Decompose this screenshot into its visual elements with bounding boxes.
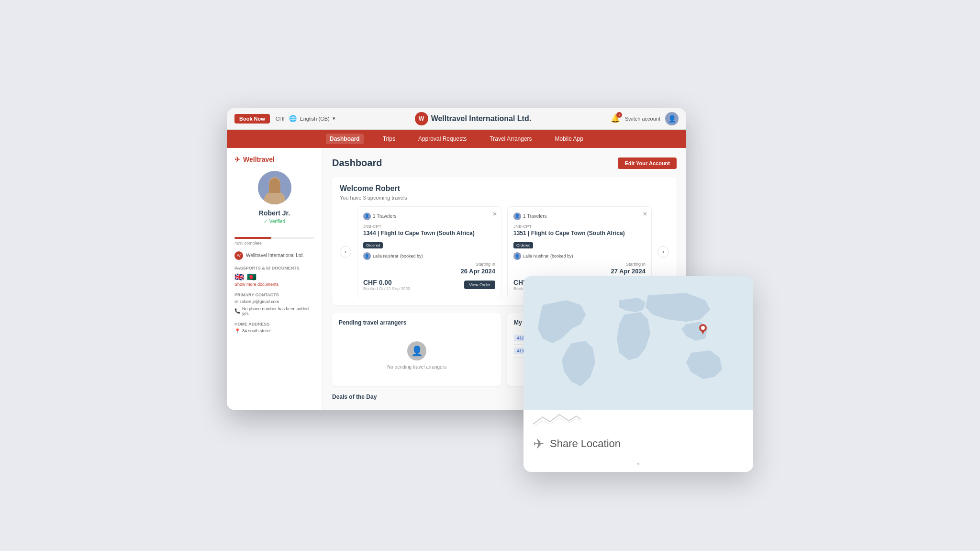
avatar: 👤 — [665, 112, 679, 125]
company-icon: W — [234, 251, 243, 260]
share-location-dot: • — [523, 460, 753, 472]
trip-footer-1: CHF 0.00 Booked On 12 Sep 2023 View Orde… — [363, 279, 495, 291]
booked-by-row-1: 👤 Laila Nushrat (booked by) — [363, 252, 495, 260]
trip-title-2: 1351 | Flight to Cape Town (South Africa… — [513, 230, 646, 237]
pending-arrangers-title: Pending travel arrangers — [339, 319, 495, 326]
ordered-badge-1: Ordered — [363, 242, 383, 248]
progress-bar-fill — [234, 237, 271, 239]
trip-close-button-2[interactable]: ✕ — [643, 211, 647, 217]
verified-label: Verified — [269, 219, 285, 224]
primary-contacts-label: Primary Contacts — [234, 292, 314, 297]
globe-icon: 🌐 — [289, 115, 297, 122]
traveler-row-1: 👤 1 Travelers — [363, 213, 495, 220]
verified-badge: ✓ Verified — [234, 219, 314, 224]
checkmark-icon: ✓ — [264, 219, 267, 224]
page-title: Dashboard — [332, 157, 382, 169]
trip-close-button-1[interactable]: ✕ — [492, 211, 497, 217]
progress-label: 46% complete — [234, 241, 314, 246]
trip-route-2: JNB-CPT — [513, 224, 646, 229]
progress-section: 46% complete — [234, 231, 314, 246]
traveler-avatar-2: 👤 — [513, 213, 521, 220]
nav-bar: Dashboard Trips Approval Requests Travel… — [227, 130, 686, 148]
booked-by-label-1: (booked by) — [400, 254, 423, 259]
locale-label: English (GB) — [300, 116, 329, 122]
share-location-icon: ✈ — [533, 436, 544, 452]
home-address-label: Home Address — [234, 322, 314, 326]
notification-bell[interactable]: 🔔 1 — [611, 114, 620, 123]
notif-badge: 1 — [616, 112, 622, 118]
trip-date-1: 26 Apr 2024 — [363, 268, 495, 275]
starting-in-label-2: Starting In — [513, 262, 646, 267]
phone-row: 📞 No phone number has been added yet. — [234, 306, 314, 316]
nav-item-dashboard[interactable]: Dashboard — [326, 134, 364, 144]
sidebar-brand-icon: ✈ — [234, 156, 240, 163]
nav-item-approval[interactable]: Approval Requests — [414, 134, 470, 144]
trip-route-1: JNB-CPT — [363, 224, 495, 229]
book-now-button[interactable]: Book Now — [234, 114, 270, 124]
upcoming-text: You have 3 upcoming travels — [340, 195, 669, 201]
trip-price-1: CHF 0.00 — [363, 279, 411, 286]
phone-missing: No phone number has been added yet. — [242, 306, 314, 316]
dashboard-header: Dashboard Edit Your Account — [332, 157, 677, 169]
show-more-link[interactable]: Show more documents — [234, 282, 314, 287]
locale-area: CHF 🌐 English (GB) ▾ — [276, 115, 335, 122]
world-map-svg — [523, 276, 753, 410]
share-location-area: ✈ Share Location — [523, 428, 753, 460]
traveler-avatar-1: 👤 — [363, 213, 371, 220]
travelers-count-1: 1 Travelers — [373, 214, 396, 219]
brand-area: W Welltravel International Ltd. — [341, 112, 605, 125]
sidebar-brand: ✈ Welltravel — [234, 156, 314, 163]
brand-name: Welltravel International Ltd. — [431, 114, 532, 123]
switch-account-label[interactable]: Switch account — [625, 116, 660, 122]
progress-bar-bg — [234, 237, 314, 239]
no-arrangers-area: 👤 No pending travel arrangers — [339, 332, 495, 379]
topbar-right: 🔔 1 Switch account 👤 — [611, 112, 679, 125]
traveler-row-2: 👤 1 Travelers — [513, 213, 646, 220]
passports-label: Passports & ID Documents — [234, 266, 314, 270]
phone-icon: 📞 — [234, 308, 240, 314]
edit-account-button[interactable]: Edit Your Account — [618, 157, 677, 169]
email-row: ✉ robert.jr@gmail.com — [234, 299, 314, 304]
flags-row: 🇬🇧 🇧🇩 — [234, 272, 314, 280]
trip-card: ✕ 👤 1 Travelers JNB-CPT 1344 | Flight to… — [357, 206, 501, 298]
no-arrangers-text: No pending travel arrangers — [387, 364, 446, 370]
user-name: Robert Jr. — [234, 209, 314, 217]
company-name: Welltravel International Ltd. — [246, 253, 304, 258]
trip-title-1: 1344 | Flight to Cape Town (South Africa… — [363, 230, 495, 237]
map-card: ✈ Share Location • — [523, 276, 753, 472]
email-value: robert.jr@gmail.com — [240, 299, 279, 304]
prev-arrow-button[interactable]: ‹ — [340, 246, 351, 258]
flag-gb: 🇬🇧 — [234, 272, 245, 280]
next-arrow-button[interactable]: › — [657, 246, 669, 258]
no-arranger-icon: 👤 — [407, 341, 426, 360]
nav-item-arrangers[interactable]: Travel Arrangers — [486, 134, 535, 144]
sidebar-brand-name: Welltravel — [243, 156, 275, 163]
booked-by-label-2: (booked by) — [550, 254, 573, 259]
chevron-down-icon: ▾ — [333, 115, 335, 122]
location-icon: 📍 — [234, 328, 240, 334]
nav-item-trips[interactable]: Trips — [379, 134, 399, 144]
sidebar: ✈ Welltravel Robert Jr. ✓ Verified — [227, 148, 323, 410]
travelers-count-2: 1 Travelers — [523, 214, 546, 219]
welcome-title: Welcome Robert — [340, 184, 669, 193]
starting-in-label-1: Starting In — [363, 262, 495, 267]
booker-avatar-2: 👤 — [513, 252, 521, 260]
company-row: W Welltravel International Ltd. — [234, 251, 314, 260]
email-icon: ✉ — [234, 299, 238, 304]
booker-avatar-1: 👤 — [363, 252, 371, 260]
svg-point-8 — [701, 326, 705, 330]
trip-booked-on-1: Booked On 12 Sep 2023 — [363, 286, 411, 291]
address-row: 📍 34 south street — [234, 328, 314, 334]
trip-date-2: 27 Apr 2024 — [513, 268, 646, 275]
view-order-button-1[interactable]: View Order — [464, 281, 495, 289]
brand-logo: W — [415, 112, 428, 125]
nav-item-mobile[interactable]: Mobile App — [551, 134, 587, 144]
pending-arrangers-panel: Pending travel arrangers 👤 No pending tr… — [332, 313, 501, 386]
map-area — [523, 276, 753, 410]
booked-by-row-2: 👤 Laila Nushrat (booked by) — [513, 252, 646, 260]
browser-topbar: Book Now CHF 🌐 English (GB) ▾ W Welltrav… — [227, 108, 686, 130]
svg-rect-4 — [269, 185, 280, 193]
flag-bd: 🇧🇩 — [247, 272, 257, 280]
booked-by-name-2: Laila Nushrat — [523, 254, 548, 259]
currency-label: CHF — [276, 116, 287, 122]
